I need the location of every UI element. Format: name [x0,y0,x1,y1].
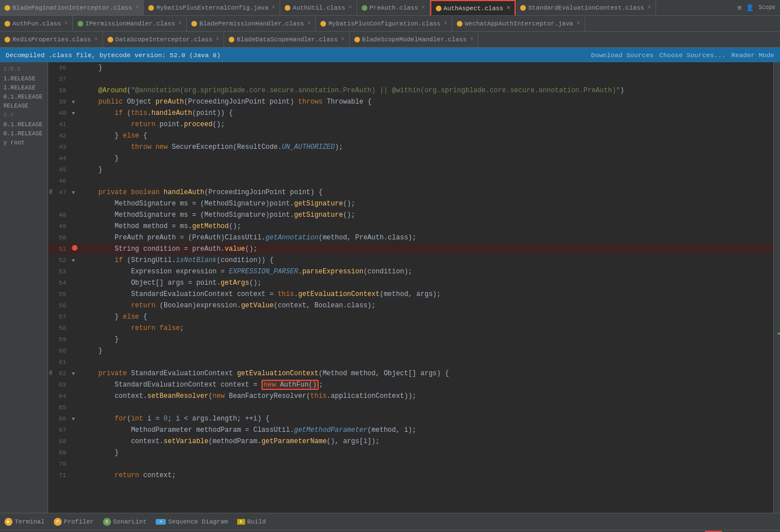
close-icon[interactable]: × [422,5,425,11]
reader-mode-btn[interactable]: Reader Mode [731,52,774,59]
tab-BladePermissionHandler[interactable]: BladePermissionHandler.class × [187,16,316,32]
close-icon[interactable]: × [349,5,352,11]
profiler-label: Profiler [64,518,94,525]
gutter-cell [71,323,80,334]
code-editor[interactable]: 36 } 37 38 @Around("@annotation(org.spri… [48,62,773,513]
close-icon[interactable]: × [341,36,345,42]
tab-AuthFun[interactable]: AuthFun.class × [0,16,73,32]
code-table: 36 } 37 38 @Around("@annotation(org.spri… [48,62,773,481]
build-button[interactable]: B Build [237,518,266,525]
download-sources-link[interactable]: Download Sources [591,52,653,59]
profiler-button[interactable]: P Profiler [54,518,94,526]
tab-label: PreAuth.class [370,5,418,11]
tab-DataScopeInterceptor[interactable]: DataScopeInterceptor.class × [103,32,225,48]
tab-icon [457,21,462,27]
line-number: 63 [48,379,71,391]
code-line [80,175,773,187]
sidebar-version-4[interactable]: RELEASE [0,101,48,110]
close-icon[interactable]: × [95,36,98,42]
code-line: StandardEvaluationContext context = new … [80,379,773,391]
code-line: Object[] args = point.getArgs(); [80,277,773,289]
close-icon[interactable]: × [135,5,139,11]
version-sidebar: 1:0.2 1.RELEASE 1.RELEASE 0.1.RELEASE RE… [0,62,48,513]
sequence-diagram-button[interactable]: ≡ Sequence Diagram [156,518,228,525]
line-number: 50 [48,232,71,243]
sidebar-version-6[interactable]: 0.1.RELEASE [0,129,48,138]
close-icon[interactable]: × [507,5,510,11]
code-line: String condition = preAuth.value(); [80,243,773,255]
terminal-label: Terminal [15,518,45,525]
sidebar-version-2[interactable]: 1.RELEASE [0,83,48,92]
close-icon[interactable]: × [216,36,219,42]
close-icon[interactable]: × [577,20,580,27]
tab-AuthUtil[interactable]: AuthUtil.class × [280,0,357,16]
fold-icon[interactable]: ▼ [72,417,75,422]
fold-icon[interactable]: ▼ [72,190,75,196]
tab-WechatAppAuthInterceptor[interactable]: WechatAppAuthInterceptor.java × [452,16,585,32]
line-number: 65 [48,402,71,413]
sidebar-version-7[interactable]: y root [0,138,48,147]
tab-bar-row2: AuthFun.class × IPermissionHandler.class… [0,16,780,32]
close-icon[interactable]: × [648,5,651,11]
sonarlint-button[interactable]: S SonarLint [103,518,147,526]
gutter-cell [71,85,80,96]
fold-icon[interactable]: ▼ [72,100,75,105]
code-line: } else { [80,130,773,141]
sidebar-version-5[interactable]: 0.1.RELEASE [0,120,48,129]
user-icon[interactable]: 👤 [746,4,754,11]
tab-MybatisPlusConfiguration[interactable]: MybatisPlusConfiguration.class × [316,16,452,32]
gutter-cell [71,266,80,277]
tab-PreAuth[interactable]: PreAuth.class × [357,0,430,16]
close-icon[interactable]: × [65,20,68,27]
tab-label: IPermissionHandler.class [85,20,175,27]
terminal-button[interactable]: ▶ Terminal [5,518,45,526]
close-icon[interactable]: × [178,20,182,27]
line-number: 37 [48,74,71,85]
tab-BladeScopeModelHandler[interactable]: BladeScopeModelHandler.class × [350,32,479,48]
tab-StandardEvaluationContext[interactable]: StandardEvaluationContext.class × [516,0,656,16]
tab-RedisProperties[interactable]: RedisProperties.class × [0,32,103,48]
gutter-cell [71,345,80,357]
close-icon[interactable]: × [444,20,447,27]
line-number: 57 [48,311,71,323]
code-line: @Around("@annotation(org.springblade.cor… [80,85,773,96]
tab-MybatisPlusExternalConfig[interactable]: MybatisPlusExternalConfig.java × [144,0,280,16]
line-number: 40 [48,108,71,119]
tab-label: WechatAppAuthInterceptor.java [465,20,573,27]
line-number: 59 [48,334,71,345]
line-number: 43 [48,141,71,153]
top-right-toolbar: ⊞ 👤 Scope [738,4,780,11]
scrollbar-gutter [773,62,780,513]
code-line: private boolean handleAuth(ProceedingJoi… [80,187,773,198]
fold-icon[interactable]: ▼ [72,258,75,264]
table-row: 43 throw new SecureException(ResultCode.… [48,141,773,153]
code-line: return point.proceed(); [80,119,773,130]
gutter-cell: ▼ [71,413,80,424]
sidebar-version-3[interactable]: 0.1.RELEASE [0,92,48,101]
sonarlint-label: SonarLint [113,518,147,525]
tab-icon [5,21,10,27]
code-line: throw new SecureException(ResultCode.UN_… [80,141,773,153]
sidebar-version-1[interactable]: 1.RELEASE [0,74,48,83]
fold-icon[interactable]: ▼ [72,111,75,117]
gutter-cell [71,130,80,141]
close-icon[interactable]: × [470,36,473,42]
tab-BladePaginationInterceptor[interactable]: BladePaginationInterceptor.class × [0,0,144,16]
tab-BladeDataScopeHandler[interactable]: BladeDataScopeHandler.class × [224,32,349,48]
gutter-cell [71,119,80,130]
choose-sources-link[interactable]: Choose Sources... [659,52,726,59]
gutter-cell [71,447,80,458]
tab-AuthAspect[interactable]: AuthAspect.class × [430,0,516,16]
grid-icon[interactable]: ⊞ [738,4,742,11]
gutter-cell [71,62,80,74]
code-line: PreAuth preAuth = (PreAuth)ClassUtil.get… [80,232,773,243]
line-number: 53 [48,266,71,277]
fold-icon[interactable]: ▼ [72,371,75,377]
tab-IPermissionHandler[interactable]: IPermissionHandler.class × [73,16,187,32]
tab-label: BladePermissionHandler.class [199,20,304,27]
close-icon[interactable]: × [272,5,275,11]
gutter-cell [71,141,80,153]
code-line: MethodSignature ms = (MethodSignature)po… [80,198,773,209]
tab-icon [5,5,10,11]
close-icon[interactable]: × [307,20,311,27]
